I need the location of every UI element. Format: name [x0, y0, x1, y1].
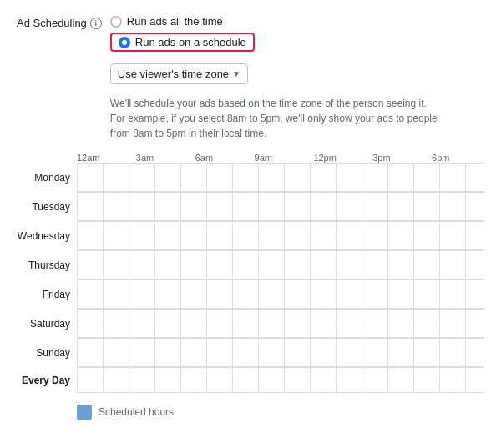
- grid-cell[interactable]: [311, 164, 337, 192]
- grid-cell[interactable]: [440, 164, 466, 192]
- grid-cell[interactable]: [129, 193, 155, 221]
- grid-cell[interactable]: [362, 368, 388, 393]
- grid-cell[interactable]: [104, 339, 129, 367]
- grid-cell[interactable]: [259, 339, 285, 367]
- grid-cell[interactable]: [337, 251, 362, 279]
- grid-cell[interactable]: [388, 251, 414, 279]
- grid-cell[interactable]: [285, 193, 311, 221]
- grid-cell[interactable]: [337, 368, 362, 393]
- grid-cell[interactable]: [440, 310, 466, 338]
- grid-cell[interactable]: [440, 251, 466, 279]
- grid-cell[interactable]: [414, 339, 440, 367]
- grid-cell[interactable]: [466, 339, 484, 367]
- grid-cell[interactable]: [155, 310, 181, 338]
- grid-cell[interactable]: [466, 164, 484, 192]
- grid-cell[interactable]: [155, 222, 181, 250]
- grid-cell[interactable]: [104, 280, 129, 309]
- grid-cell[interactable]: [129, 339, 155, 367]
- grid-cell[interactable]: [207, 251, 233, 279]
- grid-cell[interactable]: [207, 280, 233, 309]
- grid-cell[interactable]: [155, 251, 181, 279]
- grid-cell[interactable]: [155, 164, 181, 192]
- grid-cell[interactable]: [259, 222, 285, 250]
- grid-cell[interactable]: [388, 193, 414, 221]
- grid-cell[interactable]: [388, 164, 414, 192]
- grid-cell[interactable]: [285, 368, 311, 393]
- grid-cell[interactable]: [129, 222, 155, 250]
- grid-cell[interactable]: [207, 339, 233, 367]
- grid-cell[interactable]: [337, 193, 362, 221]
- grid-cell[interactable]: [104, 222, 129, 250]
- grid-cell[interactable]: [181, 368, 207, 393]
- grid-cell[interactable]: [285, 339, 311, 367]
- grid-cell[interactable]: [259, 368, 285, 393]
- grid-cell[interactable]: [233, 339, 259, 367]
- grid-cell[interactable]: [259, 164, 285, 192]
- grid-cell[interactable]: [388, 339, 414, 367]
- grid-cell[interactable]: [129, 251, 155, 279]
- grid-cell[interactable]: [285, 222, 311, 250]
- grid-cell[interactable]: [414, 193, 440, 221]
- grid-cell[interactable]: [259, 193, 285, 221]
- grid-cell[interactable]: [388, 310, 414, 338]
- grid-cell[interactable]: [181, 164, 207, 192]
- grid-cell[interactable]: [78, 193, 104, 221]
- grid-cell[interactable]: [466, 310, 484, 338]
- grid-cell[interactable]: [440, 193, 466, 221]
- grid-cell[interactable]: [311, 222, 337, 250]
- grid-cell[interactable]: [362, 339, 388, 367]
- grid-cell[interactable]: [285, 251, 311, 279]
- grid-cell[interactable]: [337, 222, 362, 250]
- grid-cell[interactable]: [337, 280, 362, 309]
- grid-cell[interactable]: [155, 280, 181, 309]
- grid-cell[interactable]: [78, 222, 104, 250]
- grid-cell[interactable]: [233, 222, 259, 250]
- grid-cell[interactable]: [78, 280, 104, 309]
- grid-cell[interactable]: [129, 164, 155, 192]
- grid-cell[interactable]: [207, 164, 233, 192]
- grid-cell[interactable]: [466, 368, 484, 393]
- grid-cell[interactable]: [388, 280, 414, 309]
- grid-cell[interactable]: [362, 164, 388, 192]
- grid-cell[interactable]: [440, 280, 466, 309]
- grid-cell[interactable]: [155, 368, 181, 393]
- grid-cell[interactable]: [104, 164, 129, 192]
- grid-cell[interactable]: [129, 280, 155, 309]
- grid-cell[interactable]: [207, 193, 233, 221]
- grid-cell[interactable]: [155, 339, 181, 367]
- grid-cell[interactable]: [414, 251, 440, 279]
- grid-cell[interactable]: [311, 368, 337, 393]
- grid-cell[interactable]: [414, 280, 440, 309]
- grid-cell[interactable]: [466, 280, 484, 309]
- grid-cell[interactable]: [233, 310, 259, 338]
- grid-cell[interactable]: [414, 222, 440, 250]
- grid-cell[interactable]: [104, 310, 129, 338]
- grid-cell[interactable]: [362, 251, 388, 279]
- grid-cell[interactable]: [311, 251, 337, 279]
- grid-cell[interactable]: [466, 251, 484, 279]
- grid-cell[interactable]: [362, 280, 388, 309]
- grid-cell[interactable]: [311, 310, 337, 338]
- grid-cell[interactable]: [104, 193, 129, 221]
- grid-cell[interactable]: [78, 310, 104, 338]
- grid-cell[interactable]: [337, 164, 362, 192]
- grid-cell[interactable]: [285, 164, 311, 192]
- grid-cell[interactable]: [362, 222, 388, 250]
- grid-cell[interactable]: [311, 193, 337, 221]
- grid-cell[interactable]: [78, 251, 104, 279]
- grid-cell[interactable]: [337, 339, 362, 367]
- radio-option-all-time[interactable]: Run ads all the time: [110, 15, 444, 28]
- grid-cell[interactable]: [414, 164, 440, 192]
- grid-cell[interactable]: [259, 310, 285, 338]
- grid-cell[interactable]: [259, 280, 285, 309]
- grid-cell[interactable]: [78, 164, 104, 192]
- grid-cell[interactable]: [78, 339, 104, 367]
- grid-cell[interactable]: [181, 251, 207, 279]
- info-icon[interactable]: i: [90, 18, 102, 29]
- grid-cell[interactable]: [414, 368, 440, 393]
- grid-cell[interactable]: [414, 310, 440, 338]
- grid-cell[interactable]: [466, 193, 484, 221]
- grid-cell[interactable]: [440, 368, 466, 393]
- grid-cell[interactable]: [233, 280, 259, 309]
- grid-cell[interactable]: [440, 222, 466, 250]
